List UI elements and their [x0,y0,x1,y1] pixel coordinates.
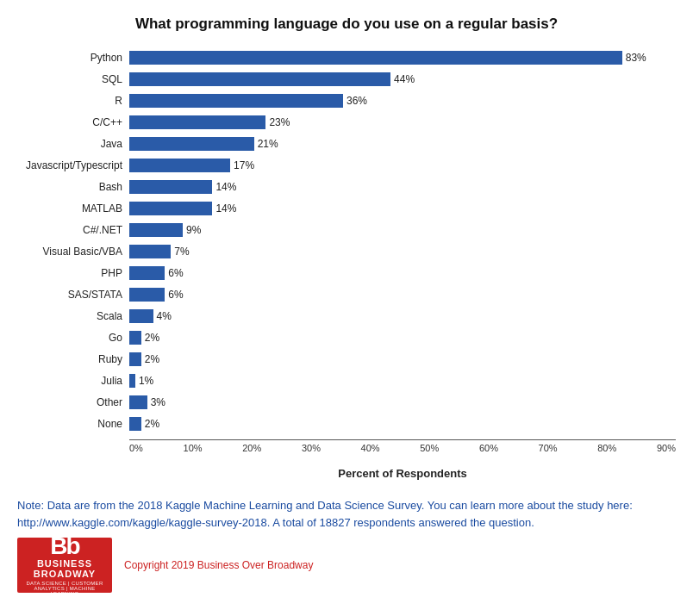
bar-wrapper: 7% [129,244,676,259]
bar-value: 6% [168,267,183,279]
bar-label: PHP [17,267,129,279]
bar-value: 83% [626,52,646,64]
bar-row: Javascript/Typescript17% [17,156,676,175]
x-tick: 0% [129,443,143,453]
bar-label: Ruby [17,353,129,365]
bar-value: 2% [145,332,159,344]
x-tick: 60% [479,443,498,453]
bar-row: SQL44% [17,70,676,89]
bar-value: 1% [139,375,153,387]
logo-tagline: DATA SCIENCE | CUSTOMER ANALYTICS | MACH… [20,581,109,596]
bar-wrapper: 2% [129,352,676,367]
bar-value: 2% [145,353,159,365]
bar [129,288,165,302]
bar-wrapper: 23% [129,115,676,130]
bar-row: R36% [17,91,676,110]
bar-row: Visual Basic/VBA7% [17,242,676,261]
bar-label: C/C++ [17,116,129,128]
bar-row: PHP6% [17,264,676,283]
bar-value: 23% [269,116,290,128]
bar-value: 14% [215,181,236,193]
bar [129,137,254,151]
bar [129,51,622,65]
bar-row: Go2% [17,328,676,347]
x-tick: 80% [597,443,616,453]
bar-row: Scala4% [17,307,676,326]
bar-wrapper: 14% [129,179,676,195]
bar [129,223,183,237]
x-axis: 0%10%20%30%40%50%60%70%80%90% [129,439,676,465]
bar-label: MATLAB [17,202,129,215]
x-tick: 70% [539,443,558,453]
bar-label: Javascript/Typescript [17,159,129,171]
bar [129,395,147,409]
bar-value: 17% [234,159,254,171]
bar-value: 7% [174,246,189,258]
bar-wrapper: 6% [129,265,676,281]
bar-row: SAS/STATA6% [17,285,676,304]
bar-label: R [17,95,129,107]
bar-label: Julia [17,375,129,387]
x-tick: 50% [420,443,439,453]
bar-value: 36% [346,95,367,107]
bar-value: 4% [157,310,172,322]
x-axis-label: Percent of Respondents [129,467,676,480]
x-label-area: Percent of Respondents [17,465,676,480]
bar-row: Ruby2% [17,350,676,369]
bar-row: Julia1% [17,371,676,390]
copyright-text: Copyright 2019 Business Over Broadway [124,559,313,571]
bar-wrapper: 17% [129,158,676,173]
bar-wrapper: 21% [129,136,676,152]
logo-box: Bb BUSINESS BROADWAY DATA SCIENCE | CUST… [17,538,112,593]
bar-row: Other3% [17,393,676,412]
bar-label: Scala [17,310,129,322]
bar-label: Java [17,138,129,150]
bar-value: 2% [145,418,159,430]
bar-row: C/C++23% [17,113,676,132]
bar-row: MATLAB14% [17,199,676,218]
logo-line2: BROADWAY [34,569,96,579]
bar [129,266,165,280]
bar-row: Java21% [17,134,676,153]
bar-label: Go [17,332,129,344]
bar-label: Bash [17,181,129,193]
bar [129,331,141,345]
x-tick: 90% [657,443,676,453]
bar-wrapper: 9% [129,222,676,238]
bar-row: Python83% [17,48,676,67]
bar-row: None2% [17,414,676,433]
bar-wrapper: 3% [129,395,676,410]
bar-value: 44% [394,73,415,85]
footnote: Note: Data are from the 2018 Kaggle Mach… [17,497,676,531]
x-tick: 30% [302,443,321,453]
bar [129,245,171,258]
bar [129,374,135,388]
bar-value: 9% [186,224,201,236]
bar-value: 21% [258,138,278,150]
bar-value: 3% [151,396,165,408]
footer-branding: Bb BUSINESS BROADWAY DATA SCIENCE | CUST… [17,538,676,593]
x-tick: 10% [184,443,203,453]
bar-label: Python [17,52,129,64]
chart-container: What programming language do you use on … [0,0,693,488]
chart-area: Python83%SQL44%R36%C/C++23%Java21%Javasc… [17,48,676,436]
bar-label: SQL [17,73,129,85]
bar-wrapper: 83% [129,50,676,65]
bar-value: 6% [168,289,183,301]
bar-wrapper: 44% [129,72,676,87]
bar [129,180,212,194]
bar [129,417,141,431]
bar-label: Visual Basic/VBA [17,246,129,258]
bar-row: Bash14% [17,177,676,196]
bar-value: 14% [215,202,236,215]
bar [129,352,141,366]
bar [129,309,153,323]
bar-wrapper: 2% [129,416,676,432]
bar-wrapper: 6% [129,287,676,302]
bar [129,159,230,172]
bar-wrapper: 2% [129,330,676,345]
logo-line1: BUSINESS [37,558,92,569]
bar-row: C#/.NET9% [17,221,676,240]
logo-letters: Bb [50,534,78,558]
bar [129,115,265,129]
